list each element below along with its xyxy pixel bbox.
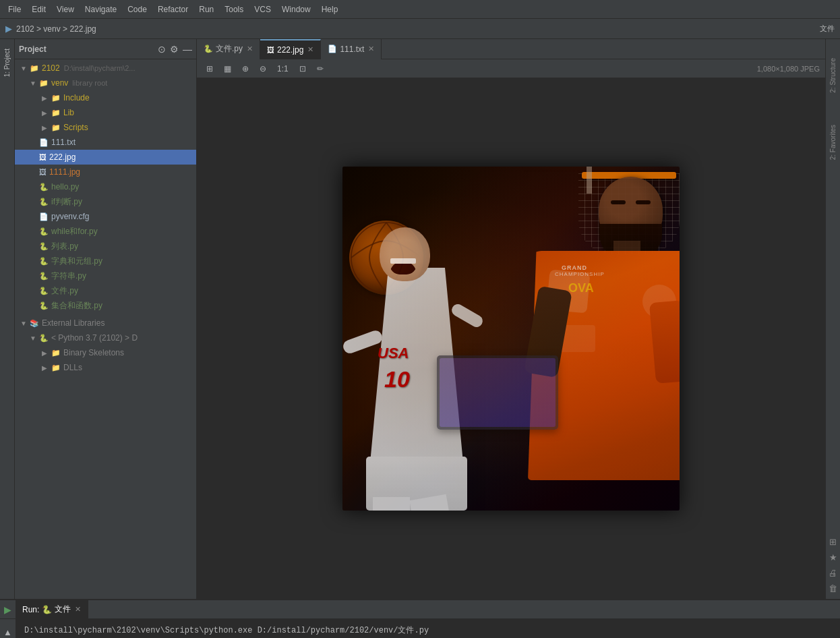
project-scope-icon[interactable]: ⊙ xyxy=(158,44,166,55)
tree-while-py[interactable]: 🐍 while和for.py xyxy=(15,224,196,239)
tree-root-2102[interactable]: ▼ 📁 2102 D:\install\pycharm\2... xyxy=(15,61,196,76)
run-panel-inner: ▲ ▼ ↩ ⇓ 🖨 🗑 D:\install\pycharm\2102\venv… xyxy=(0,619,840,638)
menu-vcs[interactable]: VCS xyxy=(249,2,276,17)
right-sidebar-icon1[interactable]: ⊞ xyxy=(829,537,837,547)
tree-file-py[interactable]: 🐍 文件.py xyxy=(15,283,196,298)
image-toolbar: ⊞ ▦ ⊕ ⊖ 1:1 ⊡ ✏ 1,080×1,080 JPEG xyxy=(197,59,825,78)
menu-run[interactable]: Run xyxy=(193,2,219,17)
menu-help[interactable]: Help xyxy=(316,2,344,17)
tab-file-py[interactable]: 🐍 文件.py ✕ xyxy=(197,39,260,59)
run-toolbar: ▲ ▼ ↩ ⇓ 🖨 🗑 xyxy=(0,619,16,638)
tree-str-py[interactable]: 🐍 字符串.py xyxy=(15,268,196,283)
tab-111txt-icon: 📄 xyxy=(328,45,337,53)
project-panel: Project ⊙ ⚙ — ▼ 📁 2102 D:\install\pychar… xyxy=(15,39,197,599)
bottom-tab-run-close[interactable]: ✕ xyxy=(75,605,81,614)
menu-navigate[interactable]: Navigate xyxy=(80,2,122,17)
tab-file-py-icon: 🐍 xyxy=(204,45,213,53)
toggle-grid-button[interactable]: ⊞ xyxy=(202,63,217,75)
title-bar: ▶ 2102 > venv > 222.jpg 文件 xyxy=(0,19,840,39)
tabs-bar: 🐍 文件.py ✕ 🖼 222.jpg ✕ 📄 111.txt ✕ xyxy=(197,39,825,59)
project-sidebar-label[interactable]: 1: Project xyxy=(2,46,12,82)
tree-binary-skeletons[interactable]: ▶ 📁 Binary Skeletons xyxy=(15,345,196,360)
tree-1111jpg[interactable]: 🖼 1111.jpg xyxy=(15,165,196,179)
menu-tools[interactable]: Tools xyxy=(219,2,249,17)
image-viewer[interactable]: USA 10 xyxy=(197,78,825,599)
menu-edit[interactable]: Edit xyxy=(26,2,51,17)
tree-external-libs[interactable]: ▼ 📚 External Libraries xyxy=(15,316,196,330)
actual-size-button[interactable]: 1:1 xyxy=(273,63,293,75)
main-area: 1: Project Project ⊙ ⚙ — ▼ 📁 2102 D:\ins… xyxy=(0,39,840,599)
left-sidebar: 1: Project xyxy=(0,39,15,599)
right-sidebar-icon4[interactable]: 🗑 xyxy=(829,583,837,593)
title-path: 2102 > venv > 222.jpg xyxy=(16,24,96,34)
tree-include[interactable]: ▶ 📁 Include xyxy=(15,90,196,105)
bottom-tabs-bar: ▶ Run: 🐍 文件 ✕ xyxy=(0,600,840,619)
tree-pyvenv-cfg[interactable]: 📄 pyvenv.cfg xyxy=(15,209,196,224)
image-display: USA 10 xyxy=(342,167,680,511)
tree-if-py[interactable]: 🐍 if判断.py xyxy=(15,194,196,209)
zoom-out-button[interactable]: ⊖ xyxy=(256,63,270,75)
editor-area: 🐍 文件.py ✕ 🖼 222.jpg ✕ 📄 111.txt ✕ ⊞ ▦ ⊕ … xyxy=(197,39,825,599)
project-cog-icon[interactable]: ⚙ xyxy=(170,44,179,55)
tree-scripts[interactable]: ▶ 📁 Scripts xyxy=(15,120,196,135)
player2-element: GRAND CHAMPIONSHIP OVA xyxy=(498,167,680,490)
tab-file-py-close[interactable]: ✕ xyxy=(247,45,253,53)
tree-dlls[interactable]: ▶ 📁 DLLs xyxy=(15,360,196,375)
menu-view[interactable]: View xyxy=(51,2,80,17)
tab-111txt-close[interactable]: ✕ xyxy=(368,45,374,53)
tree-set-py[interactable]: 🐍 集合和函数.py xyxy=(15,298,196,313)
tree-111txt[interactable]: 📄 111.txt xyxy=(15,135,196,150)
bottom-panel: ▶ Run: 🐍 文件 ✕ ▲ ▼ ↩ ⇓ 🖨 🗑 D:\install\pyc… xyxy=(0,599,840,638)
tree-222jpg[interactable]: 🖼 222.jpg xyxy=(15,150,196,165)
run-up-btn[interactable]: ▲ xyxy=(3,627,12,637)
title-icon: ▶ xyxy=(5,24,12,34)
menu-refactor[interactable]: Refactor xyxy=(152,2,193,17)
menu-code[interactable]: Code xyxy=(122,2,152,17)
run-output: D:\install\pycharm\2102\venv\Scripts\pyt… xyxy=(16,619,840,638)
menu-window[interactable]: Window xyxy=(276,2,316,17)
right-sidebar: 2: Structure 2: Favorites ⊞ ★ 🖨 🗑 xyxy=(825,39,840,599)
tab-222jpg-close[interactable]: ✕ xyxy=(307,45,313,54)
tree-hello-py[interactable]: 🐍 hello.py xyxy=(15,179,196,194)
tree-dict-py[interactable]: 🐍 字典和元组.py xyxy=(15,254,196,268)
tree-list-py[interactable]: 🐍 列表.py xyxy=(15,239,196,254)
run-command-line: D:\install\pycharm\2102\venv\Scripts\pyt… xyxy=(24,625,832,637)
zoom-in-button[interactable]: ⊕ xyxy=(238,63,253,75)
favorites-label[interactable]: 2: Favorites xyxy=(828,122,838,165)
tab-111txt[interactable]: 📄 111.txt ✕ xyxy=(321,39,382,59)
menu-file[interactable]: File xyxy=(3,2,26,17)
tab-222jpg-icon: 🖼 xyxy=(267,46,274,54)
laptop-element xyxy=(437,355,558,430)
tree-venv[interactable]: ▼ 📁 venv library root xyxy=(15,76,196,90)
bottom-tab-run[interactable]: Run: 🐍 文件 ✕ xyxy=(16,600,88,619)
fit-button[interactable]: ⊡ xyxy=(295,63,310,75)
project-collapse-icon[interactable]: — xyxy=(183,44,192,55)
project-toolbar: Project ⊙ ⚙ — xyxy=(15,39,196,59)
tab-222jpg[interactable]: 🖼 222.jpg ✕ xyxy=(260,39,321,59)
menu-bar: File Edit View Navigate Code Refactor Ru… xyxy=(0,0,840,19)
image-info: 1,080×1,080 JPEG xyxy=(757,65,820,73)
tree-lib[interactable]: ▶ 📁 Lib xyxy=(15,105,196,120)
run-icon-play[interactable]: ▶ xyxy=(0,604,16,615)
toggle-table-button[interactable]: ▦ xyxy=(220,63,235,75)
project-title: Project xyxy=(19,45,154,54)
files-label: 文件 xyxy=(820,24,835,34)
tree-python37[interactable]: ▼ 🐍 < Python 3.7 (2102) > D xyxy=(15,330,196,345)
right-sidebar-icon2[interactable]: ★ xyxy=(829,552,837,562)
project-tree: ▼ 📁 2102 D:\install\pycharm\2... ▼ 📁 ven… xyxy=(15,59,196,599)
structure-label[interactable]: 2: Structure xyxy=(828,55,838,98)
right-sidebar-icon3[interactable]: 🖨 xyxy=(829,568,837,578)
edit-button[interactable]: ✏ xyxy=(313,63,328,75)
